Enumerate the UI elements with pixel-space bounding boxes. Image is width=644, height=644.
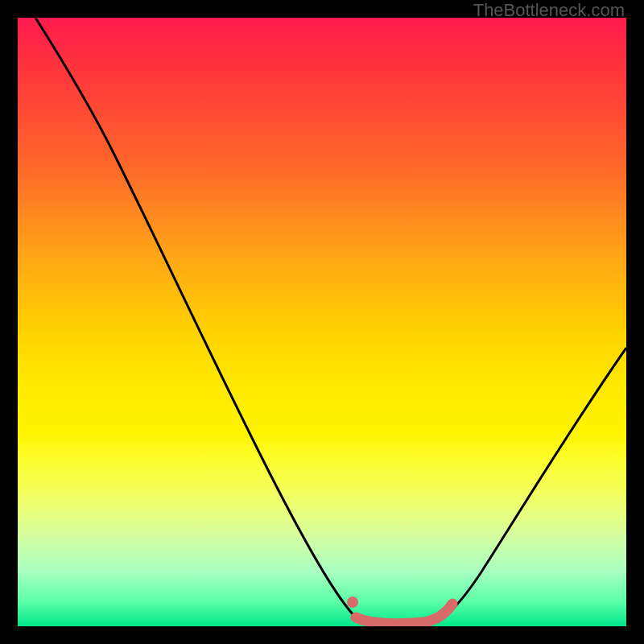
chart-svg xyxy=(18,18,626,626)
chart-frame xyxy=(18,18,626,626)
optimal-range-highlight-line xyxy=(356,604,452,624)
bottleneck-curve-line xyxy=(35,18,626,624)
highlight-start-dot xyxy=(347,597,358,608)
